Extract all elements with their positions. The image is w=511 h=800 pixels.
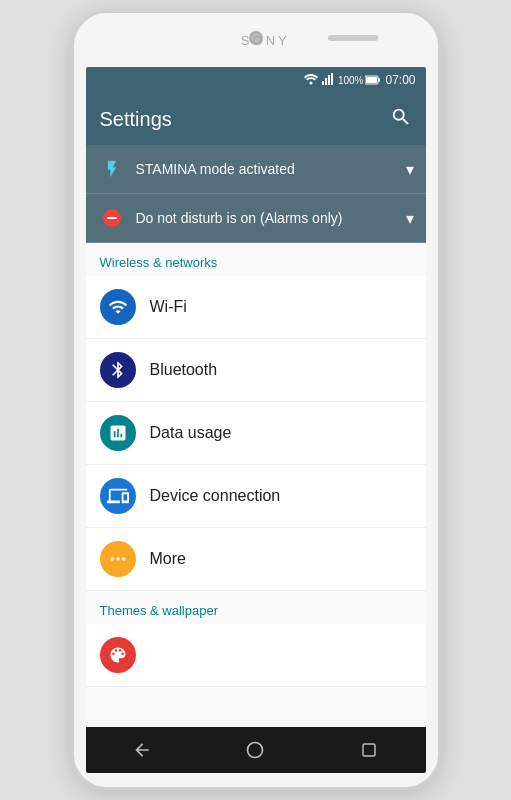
svg-point-11 — [248, 743, 263, 758]
svg-point-0 — [309, 82, 312, 85]
stamina-icon — [98, 155, 126, 183]
stamina-text: STAMINA mode activated — [136, 161, 406, 177]
search-button[interactable] — [390, 106, 412, 133]
more-label: More — [150, 550, 186, 568]
themes-wallpaper-header: Themes & wallpaper — [86, 591, 426, 624]
data-usage-icon — [100, 415, 136, 451]
svg-rect-4 — [331, 73, 333, 85]
data-usage-item[interactable]: Data usage — [86, 402, 426, 465]
dnd-arrow: ▾ — [406, 209, 414, 228]
svg-rect-12 — [363, 744, 375, 756]
bluetooth-label: Bluetooth — [150, 361, 218, 379]
screen: 100% 07:00 Settings — [86, 67, 426, 773]
svg-rect-2 — [325, 78, 327, 85]
battery-pct: 100% — [338, 75, 364, 86]
dnd-icon — [98, 204, 126, 232]
device-connection-label: Device connection — [150, 487, 281, 505]
wifi-signal-icon — [304, 73, 318, 87]
app-bar: Settings — [86, 93, 426, 145]
svg-rect-3 — [328, 75, 330, 85]
wifi-label: Wi-Fi — [150, 298, 187, 316]
settings-content: Wireless & networks Wi-Fi Bluetooth — [86, 243, 426, 727]
svg-point-9 — [116, 557, 119, 560]
device-connection-item[interactable]: Device connection — [86, 465, 426, 528]
dnd-text: Do not disturb is on (Alarms only) — [136, 210, 406, 226]
back-button[interactable] — [122, 730, 162, 770]
device-connection-icon — [100, 478, 136, 514]
brand-logo: SONY — [241, 33, 290, 48]
svg-rect-6 — [378, 78, 380, 82]
status-bar: 100% 07:00 — [86, 67, 426, 93]
stamina-arrow: ▾ — [406, 160, 414, 179]
stamina-notification[interactable]: STAMINA mode activated ▾ — [86, 145, 426, 194]
data-usage-label: Data usage — [150, 424, 232, 442]
svg-rect-7 — [366, 77, 377, 83]
home-button[interactable] — [235, 730, 275, 770]
bluetooth-icon — [100, 352, 136, 388]
phone-top-bar: SONY — [74, 13, 438, 67]
signal-icon — [322, 73, 334, 87]
battery-status: 100% — [338, 75, 382, 86]
svg-point-8 — [110, 557, 113, 560]
themes-icon — [100, 637, 136, 673]
wireless-networks-header: Wireless & networks — [86, 243, 426, 276]
speaker — [328, 35, 378, 41]
svg-rect-1 — [322, 81, 324, 85]
more-item[interactable]: More — [86, 528, 426, 591]
more-icon — [100, 541, 136, 577]
status-icons: 100% 07:00 — [304, 73, 416, 87]
phone-frame: SONY — [71, 10, 441, 790]
themes-item[interactable] — [86, 624, 426, 687]
nav-bar — [86, 727, 426, 773]
recents-button[interactable] — [349, 730, 389, 770]
wifi-item[interactable]: Wi-Fi — [86, 276, 426, 339]
settings-title: Settings — [100, 108, 172, 131]
bluetooth-item[interactable]: Bluetooth — [86, 339, 426, 402]
wifi-icon — [100, 289, 136, 325]
dnd-notification[interactable]: Do not disturb is on (Alarms only) ▾ — [86, 194, 426, 243]
svg-point-10 — [122, 557, 125, 560]
time-display: 07:00 — [385, 73, 415, 87]
